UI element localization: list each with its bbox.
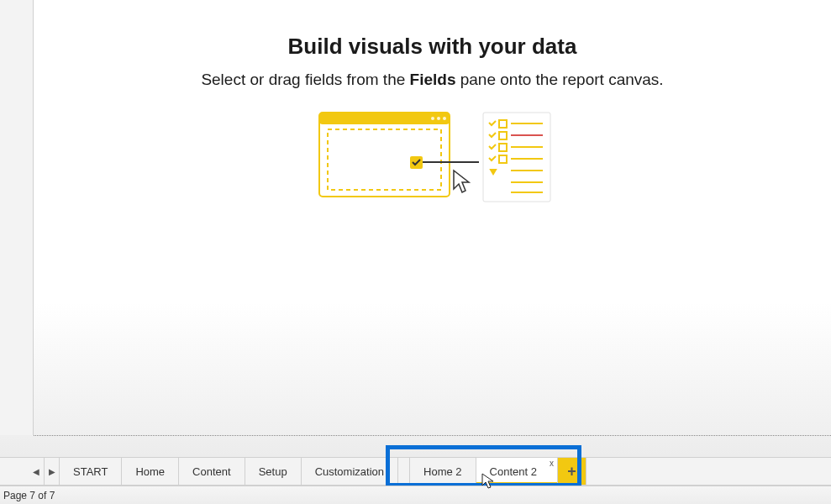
add-page-button[interactable]: + <box>558 458 586 485</box>
empty-sub-bold: Fields <box>410 71 456 88</box>
tab-start[interactable]: START <box>60 458 122 485</box>
tab-label: Setup <box>259 465 287 478</box>
empty-sub-before: Select or drag fields from the <box>201 71 409 88</box>
tab-nav-buttons: ◀ ▶ <box>29 458 60 485</box>
tab-label: START <box>73 465 108 478</box>
page-tab-bar: ◀ ▶ START Home Content Setup Customizati… <box>0 457 831 486</box>
svg-rect-0 <box>319 113 450 197</box>
empty-state-title: Build visuals with your data <box>288 34 577 60</box>
prev-tab-button[interactable]: ◀ <box>29 458 44 485</box>
svg-rect-1 <box>319 113 450 124</box>
tab-setup[interactable]: Setup <box>245 458 302 485</box>
tab-customization[interactable]: Customization <box>302 458 398 485</box>
tab-label: Customization <box>315 465 384 478</box>
svg-rect-8 <box>483 113 550 202</box>
tab-home-2[interactable]: Home 2 <box>410 458 476 485</box>
tab-label: Content <box>192 465 231 478</box>
canvas-bottom-divider <box>34 435 831 436</box>
status-bar: Page 7 of 7 <box>0 486 831 504</box>
next-tab-button[interactable]: ▶ <box>44 458 59 485</box>
empty-sub-after: pane onto the report canvas. <box>455 71 663 88</box>
empty-state-illustration <box>311 109 555 213</box>
svg-point-3 <box>437 117 440 120</box>
tab-label: Home <box>135 465 165 478</box>
tab-content[interactable]: Content <box>179 458 245 485</box>
svg-point-2 <box>431 117 434 120</box>
report-canvas[interactable]: Build visuals with your data Select or d… <box>34 0 831 435</box>
tab-label: Content 2 <box>490 465 537 478</box>
tab-content-2[interactable]: Content 2 x <box>476 458 558 485</box>
tab-home[interactable]: Home <box>122 458 179 485</box>
svg-point-4 <box>443 117 446 120</box>
close-icon[interactable]: x <box>550 459 554 468</box>
tab-label: Home 2 <box>423 465 462 478</box>
empty-state-subtext: Select or drag fields from the Fields pa… <box>201 71 663 89</box>
left-rail <box>0 0 34 435</box>
page-indicator: Page 7 of 7 <box>3 490 55 501</box>
